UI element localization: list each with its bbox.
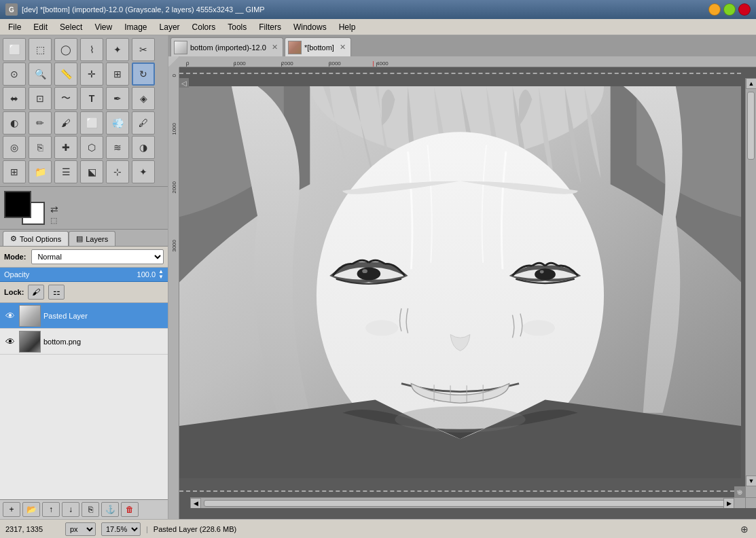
opacity-scroll[interactable]: ▲ ▼ xyxy=(158,269,164,280)
lock-position-button[interactable]: ⚏ xyxy=(48,285,65,300)
tool-fuzzy-select[interactable]: ✦ xyxy=(106,38,129,61)
fg-color-swatch[interactable] xyxy=(4,191,31,218)
canvas-expand-button[interactable]: ⊕ xyxy=(738,523,751,535)
tool-mypaint[interactable]: ◎ xyxy=(3,136,26,159)
tool-selection-ellipse[interactable]: ◯ xyxy=(54,38,77,61)
v-scroll-down-arrow[interactable]: ▼ xyxy=(746,476,756,486)
menu-view[interactable]: View xyxy=(89,21,118,33)
tool-color-pick[interactable]: ⊙ xyxy=(3,62,26,86)
reset-colors-icon[interactable]: ⬚ xyxy=(50,216,58,225)
swap-colors-icon[interactable]: ⇄ xyxy=(50,204,58,215)
tool-align[interactable]: ⊞ xyxy=(106,62,129,86)
ruler-mark-1000: 1000 xyxy=(234,60,281,67)
canvas-nav-arrow-topleft[interactable]: ◁ xyxy=(179,78,189,88)
maximize-button[interactable] xyxy=(723,3,736,16)
delete-layer-button[interactable]: 🗑 xyxy=(121,502,139,517)
new-layer-group-button[interactable]: + xyxy=(3,502,20,517)
tool-zoom[interactable]: 🔍 xyxy=(29,62,52,86)
tool-heal[interactable]: ✚ xyxy=(54,136,77,159)
layer-bottom-visibility[interactable]: 👁 xyxy=(4,336,16,348)
tool-script[interactable]: ☰ xyxy=(54,160,77,183)
svg-point-5 xyxy=(540,270,544,274)
minimize-button[interactable] xyxy=(708,3,721,16)
image-tab-1[interactable]: bottom (imported)-12.0 ✕ xyxy=(170,37,283,56)
canvas-drawing[interactable]: ◀ ▶ ▲ ▼ ◁ ⊕ xyxy=(179,67,756,508)
layer-pasted-visibility[interactable]: 👁 xyxy=(4,310,16,322)
tool-move[interactable]: ✛ xyxy=(80,62,103,86)
menu-colors[interactable]: Colors xyxy=(187,21,221,33)
tool-pencil[interactable]: ✏ xyxy=(29,111,52,134)
tool-flip[interactable]: ⬌ xyxy=(3,87,26,110)
menu-bar: File Edit Select View Image Layer Colors… xyxy=(0,19,756,35)
unit-select[interactable]: px % mm in xyxy=(65,522,96,536)
tool-warp[interactable]: 〜 xyxy=(54,87,77,110)
tool-transform[interactable]: ↻ xyxy=(132,62,155,86)
menu-filters[interactable]: Filters xyxy=(253,21,287,33)
h-scroll-right-arrow[interactable]: ▶ xyxy=(723,498,734,508)
tool-cage[interactable]: ⊡ xyxy=(29,87,52,110)
layers-list: 👁 Pasted Layer 👁 bottom.png xyxy=(0,303,168,499)
duplicate-layer-button[interactable]: ⎘ xyxy=(82,502,99,517)
h-scrollbar-thumb[interactable] xyxy=(204,500,732,507)
tool-airbrush[interactable]: 💨 xyxy=(106,111,129,134)
tool-crop[interactable]: ✂ xyxy=(132,38,155,61)
tool-selection-rect[interactable]: ⬚ xyxy=(29,38,52,61)
opacity-down-arrow[interactable]: ▼ xyxy=(158,274,164,280)
tab-layers[interactable]: ▤ Layers xyxy=(69,231,115,246)
v-scroll-up-arrow[interactable]: ▲ xyxy=(746,78,756,89)
svg-point-2 xyxy=(357,267,381,280)
tool-measure[interactable]: 📏 xyxy=(54,62,77,86)
opacity-row[interactable]: Opacity 100.0 ▲ ▼ xyxy=(0,268,168,282)
tool-clone[interactable]: ⎘ xyxy=(29,136,52,159)
layer-row-pasted[interactable]: 👁 Pasted Layer xyxy=(0,303,168,329)
canvas-resize-handle[interactable]: ⊕ xyxy=(734,486,745,497)
menu-image[interactable]: Image xyxy=(119,21,152,33)
anchor-layer-button[interactable]: ⚓ xyxy=(101,502,119,517)
open-as-layer-button[interactable]: 📂 xyxy=(22,502,40,517)
menu-file[interactable]: File xyxy=(3,21,26,33)
tool-paint[interactable]: 🖌 xyxy=(54,111,77,134)
menu-windows[interactable]: Windows xyxy=(288,21,332,33)
tool-open[interactable]: 📁 xyxy=(29,160,52,183)
tool-selection-lasso[interactable]: ⌇ xyxy=(80,38,103,61)
tool-new-from-clipboard[interactable]: ⬜ xyxy=(3,38,26,61)
image-tab-1-close[interactable]: ✕ xyxy=(270,43,280,52)
menu-tools[interactable]: Tools xyxy=(222,21,252,33)
zoom-select[interactable]: 17.5% 25% 50% 100% xyxy=(101,522,141,536)
menu-edit[interactable]: Edit xyxy=(28,21,53,33)
ruler-mark-v-0: 0 xyxy=(168,74,179,77)
v-scrollbar-thumb[interactable] xyxy=(747,92,755,160)
tool-ink[interactable]: 🖋 xyxy=(132,111,155,134)
ruler-mark-v-2000: 2000 xyxy=(168,181,179,194)
layer-row-bottom[interactable]: 👁 bottom.png xyxy=(0,329,168,355)
tool-bucket-fill[interactable]: ◈ xyxy=(132,87,155,110)
tool-dodge-burn[interactable]: ◑ xyxy=(132,136,155,159)
move-layer-down-button[interactable]: ↓ xyxy=(62,502,79,517)
tool-blend[interactable]: ◐ xyxy=(3,111,26,134)
tool-text[interactable]: T xyxy=(80,87,103,110)
tool-extra1[interactable]: ⬕ xyxy=(80,160,103,183)
layer-bottom-thumbnail xyxy=(19,331,41,353)
tab-tool-options[interactable]: ⚙ Tool Options xyxy=(3,231,69,246)
menu-help[interactable]: Help xyxy=(334,21,361,33)
move-layer-up-button[interactable]: ↑ xyxy=(42,502,60,517)
ruler-marks-vertical: 0 1000 2000 3000 xyxy=(168,67,179,252)
lock-pixels-button[interactable]: 🖌 xyxy=(28,285,44,300)
menu-select[interactable]: Select xyxy=(54,21,88,33)
tool-smudge[interactable]: ≋ xyxy=(106,136,129,159)
close-button[interactable] xyxy=(738,3,751,16)
canvas-viewport[interactable]: 0 1000 2000 3000 4000 0 1000 2000 3000 xyxy=(168,56,756,519)
image-tab-2-close[interactable]: ✕ xyxy=(338,43,348,52)
image-tab-2[interactable]: *[bottom] ✕ xyxy=(285,37,351,56)
tool-extra2[interactable]: ⊹ xyxy=(106,160,129,183)
tool-paths[interactable]: ✒ xyxy=(106,87,129,110)
tool-extra3[interactable]: ✦ xyxy=(132,160,155,183)
h-scroll-left-arrow[interactable]: ◀ xyxy=(190,498,201,508)
tool-perspective-clone[interactable]: ⬡ xyxy=(80,136,103,159)
tool-eraser[interactable]: ⬜ xyxy=(80,111,103,134)
tool-new-file[interactable]: ⊞ xyxy=(3,160,26,183)
horizontal-scrollbar[interactable]: ◀ ▶ xyxy=(190,497,745,508)
vertical-scrollbar[interactable]: ▲ ▼ xyxy=(745,78,756,497)
menu-layer[interactable]: Layer xyxy=(154,21,185,33)
mode-select[interactable]: Normal Dissolve Multiply Screen Overlay … xyxy=(31,249,164,264)
